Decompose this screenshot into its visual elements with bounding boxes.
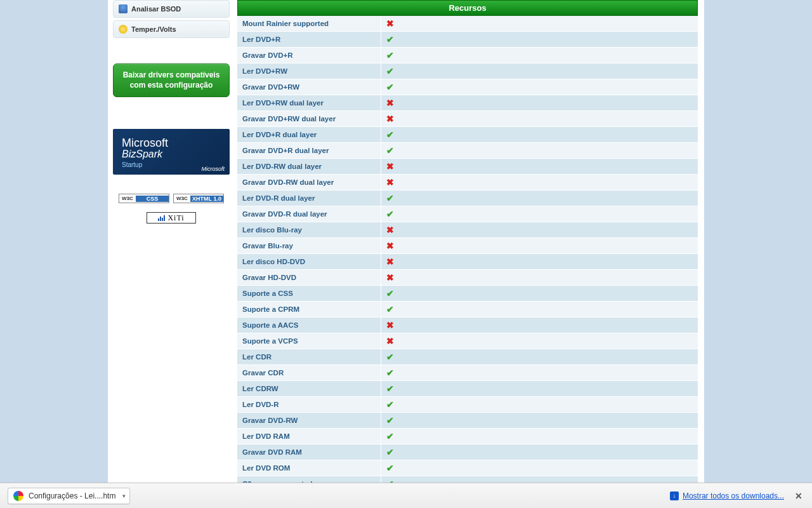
w3c-xhtml-badge[interactable]: W3C XHTML 1.0 — [173, 194, 224, 203]
table-row: Gravar DVD-RW dual layer✖ — [237, 175, 698, 190]
check-icon: ✔ — [386, 50, 394, 60]
bizspark-banner[interactable]: Microsoft BizSpark Startup Microsoft — [113, 129, 230, 175]
main-content: Recursos Mount Rainier supported✖Ler DVD… — [235, 0, 704, 483]
check-icon: ✔ — [386, 399, 394, 410]
chrome-icon — [13, 491, 23, 501]
feature-label: Gravar DVD-RW — [237, 413, 381, 429]
cross-icon: ✖ — [386, 257, 394, 267]
bars-icon — [158, 215, 165, 221]
w3c-label: W3C — [119, 196, 136, 201]
check-icon: ✔ — [386, 130, 394, 140]
feature-value: ✔ — [381, 286, 698, 302]
table-row: Ler DVD-R✔ — [237, 397, 698, 413]
feature-value: ✖ — [381, 111, 698, 127]
feature-value: ✖ — [381, 159, 698, 175]
feature-value: ✔ — [381, 302, 698, 318]
feature-value: ✖ — [381, 95, 698, 111]
table-row: Ler disco Blu-ray✖ — [237, 222, 698, 238]
thermometer-icon — [119, 25, 128, 34]
table-row: C2 errors supported✔ — [237, 476, 698, 483]
table-row: Suporte a CSS✔ — [237, 286, 698, 302]
download-icon: ↓ — [670, 491, 679, 500]
cross-icon: ✖ — [386, 177, 394, 187]
download-drivers-button[interactable]: Baixar drivers compatíveis com esta conf… — [113, 64, 230, 97]
check-icon: ✔ — [386, 304, 394, 314]
feature-label: Suporte a CSS — [237, 286, 381, 302]
show-all-downloads-link[interactable]: ↓ Mostrar todos os downloads... — [670, 491, 784, 500]
feature-label: Gravar DVD-R dual layer — [237, 206, 381, 222]
w3c-badges: W3C CSS W3C XHTML 1.0 — [113, 194, 230, 203]
feature-value: ✔ — [381, 127, 698, 143]
feature-label: Ler DVD+R dual layer — [237, 127, 381, 143]
feature-label: Ler disco Blu-ray — [237, 222, 381, 238]
table-row: Gravar DVD+RW dual layer✖ — [237, 111, 698, 127]
check-icon: ✔ — [386, 66, 394, 76]
check-icon: ✔ — [386, 82, 394, 92]
sidebar-item-temper[interactable]: Temper./Volts — [113, 20, 230, 38]
feature-value: ✔ — [381, 48, 698, 64]
table-row: Gravar DVD+R✔ — [237, 48, 698, 64]
feature-label: Ler DVD+RW dual layer — [237, 95, 381, 111]
table-row: Mount Rainier supported✖ — [237, 16, 698, 32]
close-download-bar-button[interactable]: ✕ — [793, 490, 804, 502]
feature-value: ✖ — [381, 238, 698, 254]
feature-value: ✔ — [381, 429, 698, 444]
feature-value: ✔ — [381, 206, 698, 222]
table-row: Gravar DVD+R dual layer✔ — [237, 143, 698, 159]
check-icon: ✔ — [386, 384, 394, 394]
cross-icon: ✖ — [386, 161, 394, 171]
table-row: Gravar CDR✔ — [237, 365, 698, 381]
feature-value: ✖ — [381, 175, 698, 190]
feature-label: Suporte a AACS — [237, 318, 381, 333]
feature-value: ✔ — [381, 365, 698, 381]
css-label: CSS — [136, 196, 169, 202]
check-icon: ✔ — [386, 209, 394, 219]
table-row: Suporte a VCPS✖ — [237, 333, 698, 349]
feature-label: Ler DVD+RW — [237, 64, 381, 79]
feature-value: ✔ — [381, 143, 698, 159]
feature-value: ✔ — [381, 32, 698, 48]
feature-label: Gravar DVD+R — [237, 48, 381, 64]
feature-label: Ler DVD ROM — [237, 460, 381, 476]
sidebar-item-bsod[interactable]: Analisar BSOD — [113, 0, 230, 18]
check-icon: ✔ — [386, 193, 394, 203]
feature-value: ✖ — [381, 333, 698, 349]
table-row: Ler CDRW✔ — [237, 381, 698, 397]
feature-label: Ler CDRW — [237, 381, 381, 397]
feature-value: ✔ — [381, 476, 698, 483]
cross-icon: ✖ — [386, 320, 394, 330]
table-row: Ler DVD-RW dual layer✖ — [237, 159, 698, 175]
check-icon: ✔ — [386, 368, 394, 378]
xiti-badge[interactable]: XiTi — [147, 212, 196, 224]
feature-label: Ler DVD-R dual layer — [237, 190, 381, 206]
feature-value: ✔ — [381, 381, 698, 397]
bizspark-line2: BizSpark — [122, 149, 221, 160]
feature-value: ✔ — [381, 64, 698, 79]
feature-label: Gravar HD-DVD — [237, 270, 381, 286]
table-row: Gravar DVD-R dual layer✔ — [237, 206, 698, 222]
check-icon: ✔ — [386, 431, 394, 441]
feature-label: Ler DVD-R — [237, 397, 381, 413]
check-icon: ✔ — [386, 352, 394, 362]
table-row: Ler DVD+R✔ — [237, 32, 698, 48]
feature-label: Gravar Blu-ray — [237, 238, 381, 254]
feature-value: ✔ — [381, 190, 698, 206]
feature-label: Ler DVD+R — [237, 32, 381, 48]
feature-label: Gravar DVD+RW dual layer — [237, 111, 381, 127]
xhtml-label: XHTML 1.0 — [190, 196, 223, 202]
download-item[interactable]: Configurações - Lei....htm ▾ — [8, 488, 130, 504]
cross-icon: ✖ — [386, 98, 394, 108]
feature-label: Ler DVD RAM — [237, 429, 381, 444]
w3c-css-badge[interactable]: W3C CSS — [119, 194, 169, 203]
sidebar-item-label: Temper./Volts — [131, 25, 176, 33]
feature-value: ✖ — [381, 16, 698, 32]
viewport-scroll[interactable]: Analisar BSOD Temper./Volts Baixar drive… — [0, 0, 812, 483]
table-row: Ler disco HD-DVD✖ — [237, 254, 698, 270]
table-row: Gravar HD-DVD✖ — [237, 270, 698, 286]
bizspark-line1: Microsoft — [122, 137, 221, 150]
check-icon: ✔ — [386, 463, 394, 473]
feature-label: Ler CDR — [237, 349, 381, 365]
xiti-label: XiTi — [167, 213, 184, 223]
feature-label: Ler disco HD-DVD — [237, 254, 381, 270]
table-row: Gravar Blu-ray✖ — [237, 238, 698, 254]
